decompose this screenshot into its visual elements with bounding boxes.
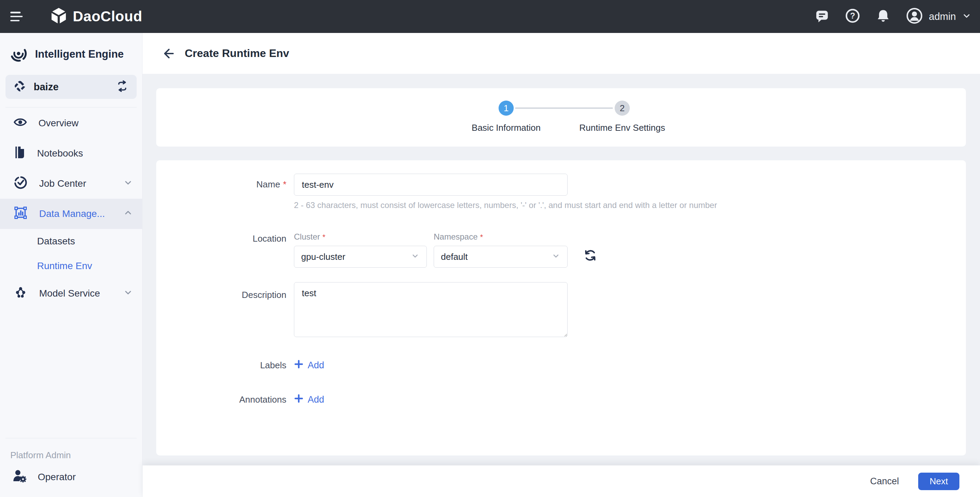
labels-add-button[interactable]: Add (294, 359, 324, 372)
step-1-circle: 1 (499, 100, 514, 116)
chevron-down-icon (124, 288, 132, 299)
namespace-label: Namespace* (434, 232, 568, 241)
form-card: Name* 2 - 63 characters, must consist of… (156, 160, 966, 456)
daocloud-cube-icon (50, 7, 67, 26)
labels-label: Labels (156, 360, 294, 371)
refresh-button[interactable] (583, 248, 598, 264)
annotations-label: Annotations (156, 394, 294, 405)
help-button[interactable]: ? (845, 8, 860, 25)
required-asterisk: * (283, 179, 286, 189)
description-row: Description test (156, 282, 966, 338)
refresh-icon (583, 258, 598, 264)
user-menu[interactable]: admin (906, 8, 971, 25)
job-center-icon (14, 176, 27, 192)
chevron-up-icon (124, 208, 132, 220)
plus-icon (294, 359, 304, 372)
sidebar-bottom-divider (5, 438, 137, 438)
chevron-down-icon (962, 11, 971, 22)
required-asterisk: * (480, 233, 483, 241)
swap-icon[interactable] (116, 80, 129, 94)
main-content: Create Runtime Env 1 2 Basic Information… (143, 33, 980, 497)
sidebar-item-notebooks[interactable]: Notebooks (0, 138, 142, 168)
page-titlebar: Create Runtime Env (143, 33, 980, 74)
hamburger-menu-icon[interactable] (10, 11, 24, 22)
brand-logo[interactable]: DaoCloud (50, 7, 142, 26)
required-asterisk: * (323, 233, 326, 241)
sidebar-item-job-center[interactable]: Job Center (0, 168, 142, 199)
message-icon (815, 9, 829, 24)
stepper-card: 1 2 Basic Information Runtime Env Settin… (156, 88, 966, 146)
step-2-circle: 2 (615, 100, 630, 116)
data-management-icon (14, 206, 27, 222)
avatar-icon (906, 8, 923, 25)
description-label: Description (156, 282, 294, 338)
notifications-button[interactable] (876, 9, 890, 24)
app-window: DaoCloud ? (0, 0, 980, 497)
labels-row: Labels Add (156, 358, 966, 373)
bell-icon (876, 9, 890, 24)
chevron-down-icon (552, 252, 560, 262)
sidebar-menu: Overview Notebooks (0, 108, 142, 308)
page-body: 1 2 Basic Information Runtime Env Settin… (143, 74, 980, 465)
chevron-down-icon (411, 252, 420, 262)
annotations-row: Annotations Add (156, 392, 966, 407)
intelligent-engine-icon (10, 44, 27, 64)
back-button[interactable] (161, 47, 175, 60)
topbar-actions: ? (815, 8, 971, 25)
sidebar-item-data-management[interactable]: Data Manage... (0, 199, 142, 229)
annotations-add-button[interactable]: Add (294, 394, 324, 406)
book-icon (14, 146, 25, 161)
wizard-footer: Cancel Next (143, 465, 980, 497)
location-row: Location Cluster* gpu-cluster (156, 232, 966, 268)
plus-icon (294, 394, 304, 406)
next-button[interactable]: Next (918, 473, 959, 490)
help-icon: ? (845, 8, 860, 25)
page-title: Create Runtime Env (185, 47, 289, 60)
step-connector (515, 108, 613, 109)
name-help-text: 2 - 63 characters, must consist of lower… (294, 200, 717, 210)
product-name: Intelligent Engine (35, 48, 124, 60)
sidebar-item-operator[interactable]: Operator (0, 460, 142, 494)
eye-icon (14, 117, 27, 130)
brand-name: DaoCloud (73, 8, 142, 25)
topbar: DaoCloud ? (0, 0, 980, 33)
sidebar: Intelligent Engine baize (0, 33, 143, 497)
messages-button[interactable] (815, 9, 829, 24)
namespace-select[interactable]: default (434, 246, 568, 268)
username: admin (929, 11, 956, 22)
svg-text:?: ? (850, 11, 855, 20)
chevron-down-icon (124, 178, 132, 189)
cancel-button[interactable]: Cancel (870, 476, 899, 487)
sidebar-item-model-service[interactable]: Model Service (0, 278, 142, 308)
platform-admin-label: Platform Admin (10, 450, 142, 460)
name-label: Name* (156, 174, 294, 210)
product-header: Intelligent Engine (10, 44, 135, 64)
name-row: Name* 2 - 63 characters, must consist of… (156, 174, 966, 210)
location-label: Location (156, 232, 294, 268)
step-2-label: Runtime Env Settings (579, 122, 665, 133)
step-1-label: Basic Information (472, 122, 541, 133)
cluster-select[interactable]: gpu-cluster (294, 246, 427, 268)
model-service-icon (14, 286, 27, 302)
operator-icon (12, 468, 27, 486)
name-input[interactable] (294, 174, 568, 195)
sidebar-item-runtime-env[interactable]: Runtime Env (0, 254, 142, 278)
cluster-label: Cluster* (294, 232, 427, 241)
workspace-name: baize (33, 81, 108, 93)
sidebar-divider (5, 107, 137, 108)
sidebar-item-datasets[interactable]: Datasets (0, 229, 142, 254)
description-textarea[interactable]: test (294, 282, 568, 337)
sidebar-item-overview[interactable]: Overview (0, 108, 142, 138)
workspace-switcher[interactable]: baize (5, 75, 137, 99)
workspace-icon (14, 80, 26, 94)
